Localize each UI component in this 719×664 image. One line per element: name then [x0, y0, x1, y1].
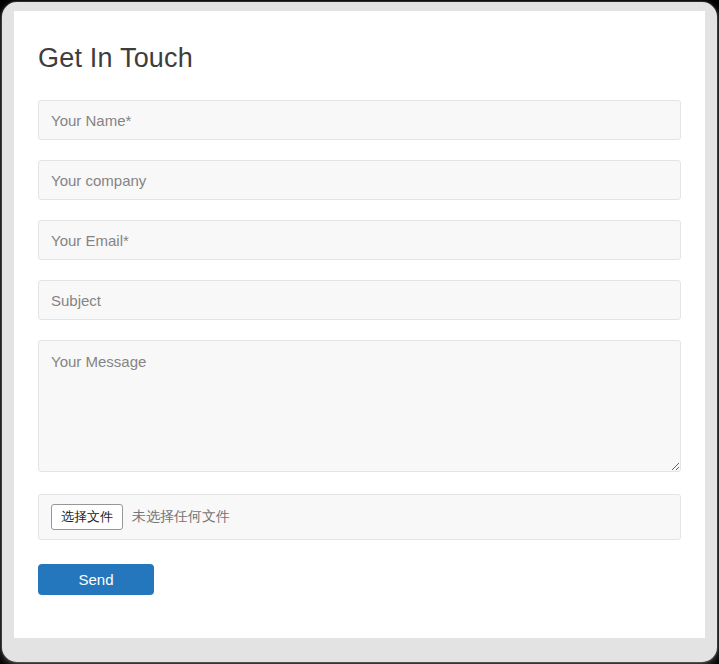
choose-file-button[interactable]: 选择文件 — [51, 504, 123, 530]
page-title: Get In Touch — [38, 43, 681, 74]
file-upload-field: 选择文件 未选择任何文件 — [38, 494, 681, 540]
name-field[interactable] — [38, 100, 681, 140]
email-field[interactable] — [38, 220, 681, 260]
subject-field[interactable] — [38, 280, 681, 320]
company-field[interactable] — [38, 160, 681, 200]
file-status-text: 未选择任何文件 — [132, 508, 230, 526]
send-button[interactable]: Send — [38, 564, 154, 595]
page-content: Get In Touch 选择文件 未选择任何文件 Send — [14, 11, 705, 638]
browser-window: Get In Touch 选择文件 未选择任何文件 Send — [2, 2, 717, 662]
contact-form: Get In Touch 选择文件 未选择任何文件 Send — [14, 11, 705, 595]
message-field[interactable] — [38, 340, 681, 472]
